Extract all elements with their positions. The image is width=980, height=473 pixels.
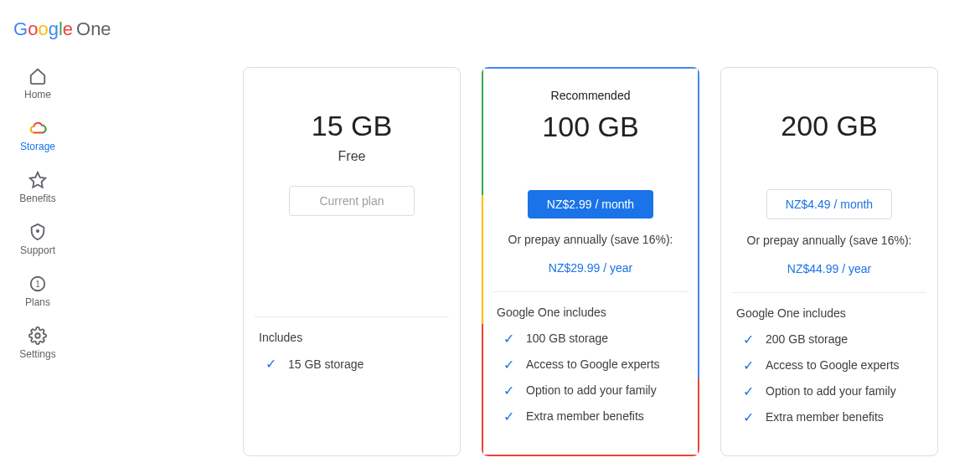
includes-title: Google One includes xyxy=(736,306,922,320)
logo-product: One xyxy=(76,18,111,40)
plan-card-free: 15 GB Free Current plan Includes ✓ 15 GB… xyxy=(243,67,461,456)
subscribe-monthly-button[interactable]: NZ$2.99 / month xyxy=(528,190,653,219)
plan-card-200gb: 200 GB NZ$4.49 / month Or prepay annuall… xyxy=(720,67,938,456)
sidebar-nav: Home Storage Benefits Support 1 Plans Se… xyxy=(0,0,75,473)
recommended-tag: Recommended xyxy=(497,89,684,102)
cloud-icon xyxy=(28,119,47,137)
plan-card-recommended: Recommended 100 GB NZ$2.99 / month Or pr… xyxy=(482,67,699,456)
sidebar-item-label: Home xyxy=(24,89,51,100)
check-icon: ✓ xyxy=(743,383,754,399)
plan-size: 200 GB xyxy=(736,110,922,142)
feature-text: Access to Google experts xyxy=(766,358,900,372)
subscribe-annual-link[interactable]: NZ$29.99 / year xyxy=(497,261,684,275)
sidebar-item-plans[interactable]: 1 Plans xyxy=(25,275,50,308)
plans-icon: 1 xyxy=(28,275,47,293)
feature-text: Option to add your family xyxy=(766,384,896,398)
sidebar-item-benefits[interactable]: Benefits xyxy=(19,171,55,204)
prepay-text: Or prepay annually (save 16%): xyxy=(497,232,684,248)
current-plan-button: Current plan xyxy=(289,186,415,216)
feature-row: ✓Extra member benefits xyxy=(736,409,922,425)
star-icon xyxy=(28,171,47,189)
feature-row: ✓Option to add your family xyxy=(497,383,684,398)
includes-title: Google One includes xyxy=(497,306,684,319)
check-icon: ✓ xyxy=(266,356,276,372)
feature-text: Option to add your family xyxy=(526,383,657,397)
check-icon: ✓ xyxy=(743,357,754,373)
sidebar-item-label: Benefits xyxy=(19,193,55,204)
sidebar-item-storage[interactable]: Storage xyxy=(20,119,55,152)
plan-subtitle: Free xyxy=(259,149,445,164)
home-icon xyxy=(28,67,47,85)
feature-text: Extra member benefits xyxy=(766,410,884,424)
shield-icon xyxy=(28,223,47,241)
svg-point-3 xyxy=(35,333,40,338)
svg-point-0 xyxy=(37,230,39,232)
prepay-text: Or prepay annually (save 16%): xyxy=(736,233,922,249)
svg-text:1: 1 xyxy=(35,280,40,289)
feature-text: 200 GB storage xyxy=(766,332,848,346)
feature-text: 100 GB storage xyxy=(526,332,608,345)
check-icon: ✓ xyxy=(503,357,514,373)
gear-icon xyxy=(28,326,47,345)
feature-row: ✓Access to Google experts xyxy=(497,357,684,373)
feature-text: 15 GB storage xyxy=(288,357,364,371)
feature-text: Access to Google experts xyxy=(526,357,660,371)
feature-row: ✓100 GB storage xyxy=(497,331,684,347)
includes-title: Includes xyxy=(259,331,445,344)
check-icon: ✓ xyxy=(503,331,514,347)
check-icon: ✓ xyxy=(743,409,754,425)
sidebar-item-label: Plans xyxy=(25,296,50,308)
plan-size: 15 GB xyxy=(259,110,445,142)
sidebar-item-label: Settings xyxy=(19,348,55,360)
sidebar-item-support[interactable]: Support xyxy=(20,223,55,256)
subscribe-monthly-button[interactable]: NZ$4.49 / month xyxy=(766,189,892,219)
plans-grid: 15 GB Free Current plan Includes ✓ 15 GB… xyxy=(75,0,980,473)
app-logo[interactable]: Google One xyxy=(13,18,111,40)
feature-text: Extra member benefits xyxy=(526,409,644,423)
sidebar-item-home[interactable]: Home xyxy=(24,67,51,100)
subscribe-annual-link[interactable]: NZ$44.99 / year xyxy=(736,262,922,275)
sidebar-item-label: Storage xyxy=(20,141,55,152)
check-icon: ✓ xyxy=(503,409,514,424)
sidebar-item-settings[interactable]: Settings xyxy=(19,326,55,360)
check-icon: ✓ xyxy=(503,383,514,398)
feature-row: ✓Access to Google experts xyxy=(736,357,922,373)
plan-size: 100 GB xyxy=(497,111,684,143)
feature-row: ✓200 GB storage xyxy=(736,332,922,347)
feature-row: ✓Extra member benefits xyxy=(497,409,684,424)
check-icon: ✓ xyxy=(743,332,754,347)
sidebar-item-label: Support xyxy=(20,244,55,256)
feature-row: ✓ 15 GB storage xyxy=(259,356,445,372)
feature-row: ✓Option to add your family xyxy=(736,383,922,399)
